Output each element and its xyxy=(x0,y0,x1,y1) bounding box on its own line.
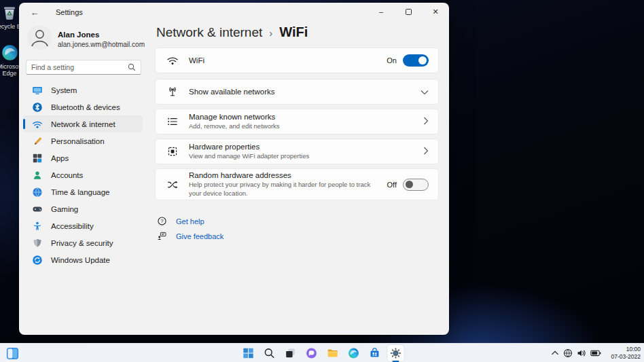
sidebar-item-label: System xyxy=(51,86,77,94)
apps-icon xyxy=(32,153,43,164)
file-explorer-button[interactable] xyxy=(325,345,341,361)
chat-button[interactable] xyxy=(304,345,320,361)
tray-volume-button[interactable] xyxy=(577,348,586,358)
volume-icon xyxy=(577,348,586,358)
widgets-icon xyxy=(6,347,19,360)
person-icon xyxy=(27,25,52,50)
card-title: WiFi xyxy=(189,56,380,65)
tray-date-label: 07-03-2022 xyxy=(605,353,641,361)
network-icon xyxy=(32,119,43,130)
desktop: Recycle Bin Microsoft Edge ← Settings – … xyxy=(0,0,644,362)
settings-taskbar-button[interactable] xyxy=(388,345,404,361)
file-explorer-icon xyxy=(327,347,339,359)
wifi-toggle-card[interactable]: WiFi On xyxy=(155,48,439,73)
feedback-icon xyxy=(157,231,167,241)
manage-known-networks-card[interactable]: Manage known networks Add, remove, and e… xyxy=(155,109,439,134)
battery-icon xyxy=(590,348,601,358)
sidebar-item-label: Apps xyxy=(51,154,69,162)
card-subtitle: View and manage WiFi adapter properties xyxy=(189,152,413,160)
chevron-right-icon xyxy=(423,115,429,128)
sidebar-item-label: Accounts xyxy=(51,171,83,179)
taskbar: 10:00 07-03-2022 xyxy=(0,343,644,362)
sidebar-item-accounts[interactable]: Accounts xyxy=(23,166,143,183)
settings-gear-icon xyxy=(390,347,402,359)
search-box[interactable] xyxy=(26,60,141,75)
settings-window: ← Settings – ✕ Alan Jones alan.jones.wm@… xyxy=(19,3,449,335)
card-title: Manage known networks xyxy=(189,113,416,121)
tray-time-label: 10:00 xyxy=(605,346,641,353)
chat-icon xyxy=(306,347,318,359)
close-button[interactable]: ✕ xyxy=(422,3,449,20)
random-hardware-addresses-toggle[interactable] xyxy=(403,179,429,191)
system-tray: 10:00 07-03-2022 xyxy=(551,344,641,362)
maximize-button[interactable] xyxy=(395,3,422,20)
sidebar-item-personalisation[interactable]: Personalisation xyxy=(23,132,143,149)
recycle-bin-icon xyxy=(1,4,18,22)
sidebar-item-label: Time & language xyxy=(51,188,110,196)
bluetooth-icon xyxy=(32,102,43,113)
list-icon xyxy=(166,115,179,128)
chip-icon xyxy=(166,145,179,158)
tray-battery-button[interactable] xyxy=(590,348,601,358)
card-title: Show available networks xyxy=(189,88,414,96)
radio-tower-icon xyxy=(166,86,179,98)
get-help-link[interactable]: ? Get help xyxy=(157,216,204,226)
task-view-button[interactable] xyxy=(283,345,299,361)
toggle-state-label: Off xyxy=(387,181,397,189)
tray-expand-button[interactable] xyxy=(551,350,559,356)
sidebar-item-apps[interactable]: Apps xyxy=(23,149,143,166)
sidebar-item-gaming[interactable]: Gaming xyxy=(23,200,143,217)
sidebar-item-label: Network & internet xyxy=(51,120,115,128)
avatar[interactable] xyxy=(27,25,52,50)
sidebar-item-windows-update[interactable]: Windows Update xyxy=(23,251,143,268)
wifi-toggle[interactable] xyxy=(403,54,429,67)
widgets-button[interactable] xyxy=(5,346,19,360)
minimize-button[interactable]: – xyxy=(368,3,395,20)
chevron-up-icon xyxy=(551,350,559,356)
chevron-right-icon xyxy=(423,145,429,158)
start-button[interactable] xyxy=(240,345,257,361)
card-subtitle: Help protect your privacy by making it h… xyxy=(189,181,380,198)
edge-icon xyxy=(1,43,19,62)
page-title: WiFi xyxy=(279,24,308,40)
hardware-properties-card[interactable]: Hardware properties View and manage WiFi… xyxy=(155,139,439,164)
help-icon: ? xyxy=(157,216,167,226)
breadcrumb-separator-icon: › xyxy=(269,26,272,39)
sidebar-item-bluetooth-devices[interactable]: Bluetooth & devices xyxy=(23,98,143,115)
time-language-icon xyxy=(32,187,43,198)
task-view-icon xyxy=(285,347,297,359)
window-title: Settings xyxy=(56,8,83,16)
back-button[interactable]: ← xyxy=(24,5,45,20)
titlebar[interactable]: ← Settings – ✕ xyxy=(19,3,449,22)
privacy-security-icon xyxy=(32,238,43,249)
sidebar-item-time-language[interactable]: Time & language xyxy=(23,183,143,200)
store-button[interactable] xyxy=(367,345,383,361)
toggle-state-label: On xyxy=(387,56,397,65)
windows-update-icon xyxy=(32,255,43,266)
sidebar-item-system[interactable]: System xyxy=(23,82,143,98)
show-available-networks-card[interactable]: Show available networks xyxy=(155,79,439,105)
close-icon: ✕ xyxy=(432,7,438,16)
card-title: Random hardware addresses xyxy=(189,171,380,179)
sidebar-item-accessibility[interactable]: Accessibility xyxy=(23,217,143,234)
sidebar-item-label: Bluetooth & devices xyxy=(51,103,120,111)
store-icon xyxy=(369,347,381,359)
give-feedback-link[interactable]: Give feedback xyxy=(157,231,223,241)
search-icon xyxy=(264,347,276,359)
tray-network-button[interactable] xyxy=(563,348,573,358)
card-title: Hardware properties xyxy=(189,143,416,151)
sidebar-item-label: Gaming xyxy=(51,205,78,213)
edge-button[interactable] xyxy=(346,345,362,361)
shuffle-icon xyxy=(166,179,179,191)
clock[interactable]: 10:00 07-03-2022 xyxy=(605,346,641,360)
sidebar-item-privacy-security[interactable]: Privacy & security xyxy=(23,234,143,251)
random-hardware-addresses-card[interactable]: Random hardware addresses Help protect y… xyxy=(155,168,439,200)
edge-icon xyxy=(348,347,360,359)
sidebar-item-network-internet[interactable]: Network & internet xyxy=(23,115,143,132)
sidebar-item-label: Personalisation xyxy=(51,137,105,145)
gaming-icon xyxy=(32,204,43,215)
taskbar-center xyxy=(240,344,404,362)
taskbar-search-button[interactable] xyxy=(262,345,278,361)
search-input[interactable] xyxy=(31,63,128,71)
breadcrumb-parent[interactable]: Network & internet xyxy=(156,25,262,40)
